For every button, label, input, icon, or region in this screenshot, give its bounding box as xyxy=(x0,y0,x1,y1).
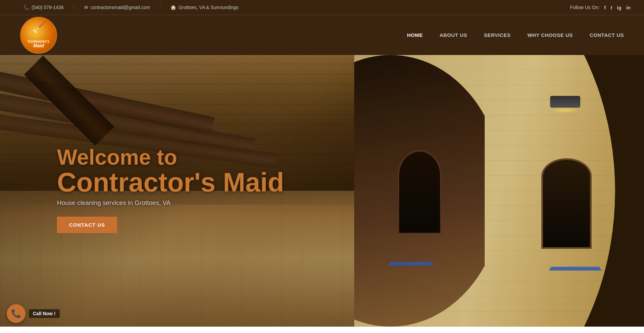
logo-figures: 🧹 xyxy=(31,20,47,35)
top-bar-right: Follow Us On: f t ig in xyxy=(570,5,631,10)
email-address: contractorsmaid@gmail.com xyxy=(91,5,150,10)
follow-label: Follow Us On: xyxy=(570,5,599,10)
hero-subtitle: House cleaning services in Grottoes, VA xyxy=(57,199,284,207)
top-bar-left: 📞 (540) 578-1436 ✉ contractorsmaid@gmail… xyxy=(13,5,249,10)
logo-line2: Maid xyxy=(21,43,56,48)
email-icon: ✉ xyxy=(84,5,88,10)
phone-call-icon: 📞 xyxy=(11,309,21,318)
nav-services[interactable]: SERVICES xyxy=(484,32,511,38)
facebook-icon[interactable]: f xyxy=(604,5,606,10)
nav: HOME ABOUT US SERVICES WHY CHOOSE US CON… xyxy=(407,32,624,38)
call-now-widget: 📞 Call Now ! xyxy=(7,304,60,323)
phone-icon: 📞 xyxy=(23,5,29,10)
logo-text: Contractor's Maid xyxy=(21,39,56,48)
hero-welcome-text: Welcome to xyxy=(57,146,284,169)
call-now-label: Call Now ! xyxy=(29,309,60,318)
location-item: 🏠 Grottoes, VA & Surroundings xyxy=(160,5,249,10)
phone-number: (540) 578-1436 xyxy=(32,5,64,10)
location-text: Grottoes, VA & Surroundings xyxy=(178,5,238,10)
logo-container[interactable]: 🧹 Contractor's Maid xyxy=(20,17,57,54)
hero-section: Welcome to Contractor's Maid House clean… xyxy=(0,55,644,327)
hero-main-title: Contractor's Maid xyxy=(57,169,284,196)
call-now-button[interactable]: 📞 xyxy=(7,304,25,323)
email-item[interactable]: ✉ contractorsmaid@gmail.com xyxy=(74,5,161,10)
hero-content: Welcome to Contractor's Maid House clean… xyxy=(57,146,284,233)
location-icon: 🏠 xyxy=(170,5,176,10)
nav-home[interactable]: HOME xyxy=(407,32,423,38)
header: 🧹 Contractor's Maid HOME ABOUT US SERVIC… xyxy=(0,15,644,55)
nav-about[interactable]: ABOUT US xyxy=(439,32,467,38)
phone-item[interactable]: 📞 (540) 578-1436 xyxy=(13,5,74,10)
logo-circle: 🧹 Contractor's Maid xyxy=(20,17,57,54)
top-bar: 📞 (540) 578-1436 ✉ contractorsmaid@gmail… xyxy=(0,0,644,15)
nav-contact[interactable]: CONTACT US xyxy=(590,32,624,38)
instagram-icon[interactable]: ig xyxy=(617,5,621,10)
twitter-icon[interactable]: t xyxy=(610,5,612,10)
hero-contact-button[interactable]: CONTACT US xyxy=(57,217,117,233)
nav-choose[interactable]: WHY CHOOSE US xyxy=(527,32,573,38)
linkedin-icon[interactable]: in xyxy=(626,5,631,10)
